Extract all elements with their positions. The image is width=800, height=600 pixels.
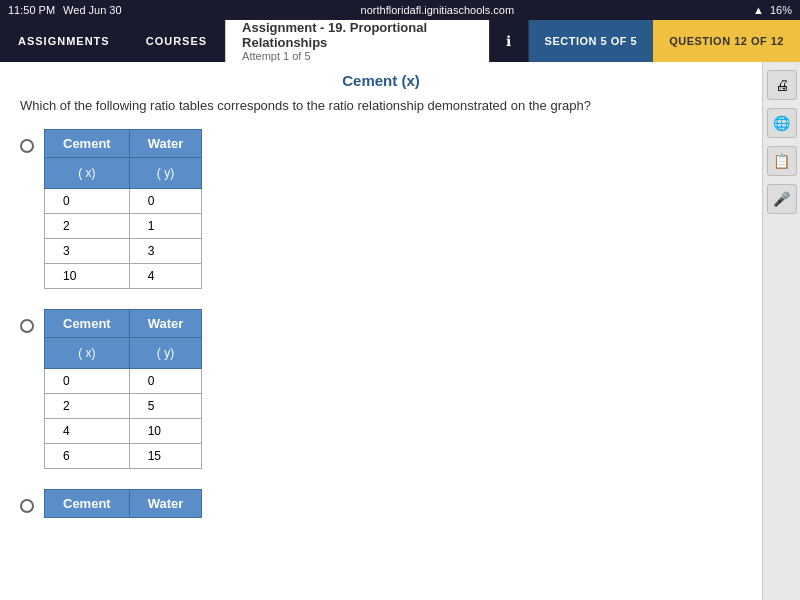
url: northfloridafl.ignitiaschools.com	[361, 4, 514, 16]
table1-subheader-x: ( x)	[45, 158, 130, 189]
assignment-bold: Assignment	[242, 20, 316, 35]
option-row-2: Cement Water ( x) ( y) 00 25 410 615	[20, 309, 742, 469]
main-content: Cement (x) Which of the following ratio …	[0, 62, 762, 600]
option-row-3: Cement Water	[20, 489, 742, 518]
table-row: 104	[45, 264, 202, 289]
assignment-title: Assignment - 19. Proportional Relationsh…	[242, 20, 472, 50]
table3-header-water: Water	[129, 490, 202, 518]
radio-option-2[interactable]	[20, 319, 34, 333]
microphone-icon[interactable]: 🎤	[767, 184, 797, 214]
table2-subheader-y: ( y)	[129, 338, 202, 369]
clipboard-icon[interactable]: 📋	[767, 146, 797, 176]
status-bar: 11:50 PM Wed Jun 30 northfloridafl.ignit…	[0, 0, 800, 20]
ratio-table-3: Cement Water	[44, 489, 202, 518]
table1-header-water: Water	[129, 130, 202, 158]
table2-header-water: Water	[129, 310, 202, 338]
table3-header-cement: Cement	[45, 490, 130, 518]
nav-bar: ASSIGNMENTS COURSES Assignment - 19. Pro…	[0, 20, 800, 62]
table-row: 00	[45, 189, 202, 214]
question-text: Which of the following ratio tables corr…	[20, 97, 742, 115]
table-row: 33	[45, 239, 202, 264]
section-label: SECTION 5 OF 5	[529, 20, 654, 62]
time: 11:50 PM	[8, 4, 55, 16]
table-row: 25	[45, 394, 202, 419]
radio-option-1[interactable]	[20, 139, 34, 153]
ratio-table-1: Cement Water ( x) ( y) 00 21 33 104	[44, 129, 202, 289]
status-right: ▲ 16%	[753, 4, 792, 16]
print-icon[interactable]: 🖨	[767, 70, 797, 100]
battery: 16%	[770, 4, 792, 16]
status-left: 11:50 PM Wed Jun 30	[8, 4, 122, 16]
right-sidebar: 🖨 🌐 📋 🎤	[762, 62, 800, 600]
globe-icon[interactable]: 🌐	[767, 108, 797, 138]
table-row: 410	[45, 419, 202, 444]
table1-header-cement: Cement	[45, 130, 130, 158]
page-title: Cement (x)	[20, 72, 742, 89]
radio-option-3[interactable]	[20, 499, 34, 513]
courses-button[interactable]: COURSES	[128, 20, 225, 62]
assignment-info: Assignment - 19. Proportional Relationsh…	[225, 20, 488, 62]
ratio-table-2: Cement Water ( x) ( y) 00 25 410 615	[44, 309, 202, 469]
table-row: 00	[45, 369, 202, 394]
assignments-button[interactable]: ASSIGNMENTS	[0, 20, 128, 62]
content-area: Cement (x) Which of the following ratio …	[0, 62, 800, 600]
assignment-attempt: Attempt 1 of 5	[242, 50, 472, 62]
info-button[interactable]: ℹ	[489, 20, 529, 62]
table2-header-cement: Cement	[45, 310, 130, 338]
wifi-icon: ▲	[753, 4, 764, 16]
question-label: QUESTION 12 OF 12	[653, 20, 800, 62]
table2-subheader-x: ( x)	[45, 338, 130, 369]
table-row: 615	[45, 444, 202, 469]
table-row: 21	[45, 214, 202, 239]
table1-subheader-y: ( y)	[129, 158, 202, 189]
option-row-1: Cement Water ( x) ( y) 00 21 33 104	[20, 129, 742, 289]
date: Wed Jun 30	[63, 4, 122, 16]
